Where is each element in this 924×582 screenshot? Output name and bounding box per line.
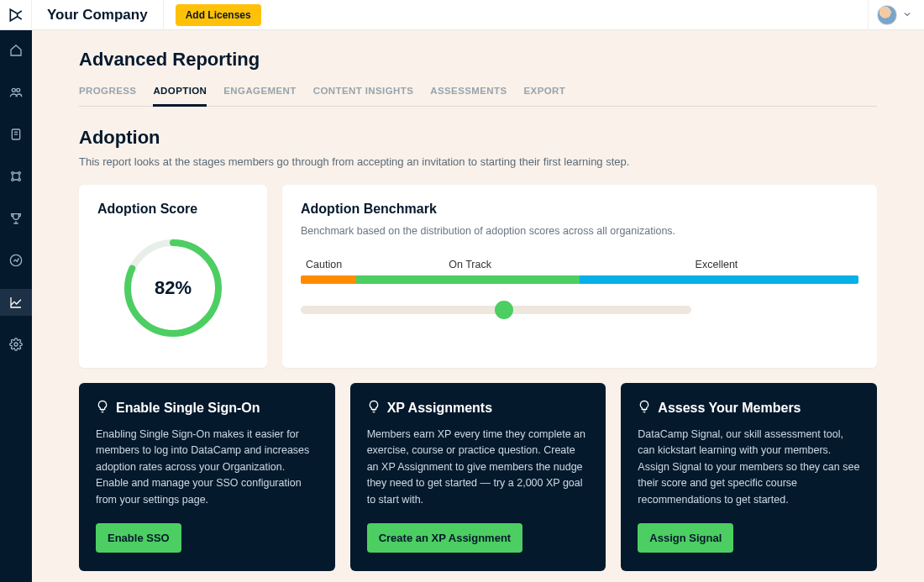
enable-sso-button[interactable]: Enable SSO (96, 523, 181, 553)
sidebar-item-leaderboard[interactable] (0, 205, 32, 232)
tip-title: Assess Your Members (658, 401, 801, 416)
tip-body: DataCamp Signal, our skill assessment to… (638, 427, 860, 508)
tab-content-insights[interactable]: CONTENT INSIGHTS (313, 81, 414, 106)
benchmark-title: Adoption Benchmark (301, 202, 858, 217)
lightbulb-icon (367, 400, 381, 417)
svg-point-1 (17, 88, 20, 92)
avatar (877, 5, 897, 25)
svg-point-6 (18, 172, 21, 175)
svg-point-5 (12, 172, 14, 175)
benchmark-label-caution: Caution (306, 259, 360, 270)
chevron-down-icon (902, 8, 912, 23)
sidebar-item-tracks[interactable] (0, 163, 32, 190)
lightbulb-icon (638, 400, 651, 417)
tips-row: Enable Single Sign-On Enabling Single Si… (79, 383, 877, 571)
sidebar-item-assignments[interactable] (0, 121, 32, 148)
assign-signal-button[interactable]: Assign Signal (638, 523, 733, 553)
add-licenses-button[interactable]: Add Licenses (176, 4, 261, 26)
sidebar-item-settings[interactable] (0, 331, 32, 358)
tip-title: XP Assignments (387, 401, 492, 416)
adoption-score-card: Adoption Score 82% (79, 185, 267, 368)
section-subtitle: This report looks at the stages members … (79, 155, 877, 168)
benchmark-slider-thumb (495, 301, 513, 319)
company-name[interactable]: Your Company (32, 0, 164, 30)
tab-engagement[interactable]: ENGAGEMENT (223, 81, 296, 106)
page-title: Advanced Reporting (79, 49, 877, 71)
benchmark-label-excellent: Excellent (580, 259, 853, 270)
lightbulb-icon (96, 400, 109, 417)
report-tabs: PROGRESS ADOPTION ENGAGEMENT CONTENT INS… (79, 81, 877, 107)
benchmark-bar (301, 275, 858, 284)
svg-point-9 (14, 343, 18, 346)
tip-card-sso: Enable Single Sign-On Enabling Single Si… (79, 383, 335, 571)
sidebar-item-home[interactable] (0, 37, 32, 64)
benchmark-labels: Caution On Track Excellent (306, 259, 853, 270)
adoption-benchmark-card: Adoption Benchmark Benchmark based on th… (282, 185, 877, 368)
svg-point-0 (12, 88, 15, 92)
tab-assessments[interactable]: ASSESSMENTS (430, 81, 507, 106)
sidebar-item-signal[interactable] (0, 247, 32, 274)
tab-adoption[interactable]: ADOPTION (153, 81, 207, 107)
benchmark-slider-track (301, 306, 691, 314)
section-title: Adoption (79, 127, 877, 149)
sidebar-item-reporting[interactable] (0, 289, 32, 316)
tip-card-signal: Assess Your Members DataCamp Signal, our… (621, 383, 877, 571)
tip-card-xp: XP Assignments Members earn XP every tim… (350, 383, 606, 571)
svg-point-7 (12, 179, 14, 181)
topbar: Your Company Add Licenses (0, 0, 924, 30)
tab-export[interactable]: EXPORT (524, 81, 566, 106)
tip-body: Members earn XP every time they complete… (367, 427, 590, 508)
main-content: Advanced Reporting PROGRESS ADOPTION ENG… (32, 30, 924, 582)
benchmark-segment-caution (301, 275, 356, 284)
logo-icon[interactable] (0, 0, 32, 30)
create-xp-assignment-button[interactable]: Create an XP Assignment (367, 523, 523, 553)
sidebar (0, 0, 32, 582)
benchmark-label-ontrack: On Track (360, 259, 580, 270)
tip-body: Enabling Single Sign-On makes it easier … (96, 427, 318, 508)
adoption-score-title: Adoption Score (97, 202, 249, 217)
tab-progress[interactable]: PROGRESS (79, 81, 136, 106)
adoption-score-value: 82% (119, 234, 227, 342)
benchmark-subtitle: Benchmark based on the distribution of a… (301, 225, 858, 237)
svg-point-8 (18, 179, 21, 181)
user-menu[interactable] (868, 0, 924, 30)
benchmark-segment-excellent (580, 275, 858, 284)
sidebar-item-members[interactable] (0, 79, 32, 106)
tip-title: Enable Single Sign-On (116, 401, 260, 416)
adoption-score-donut: 82% (119, 234, 227, 342)
benchmark-segment-ontrack (356, 275, 580, 284)
